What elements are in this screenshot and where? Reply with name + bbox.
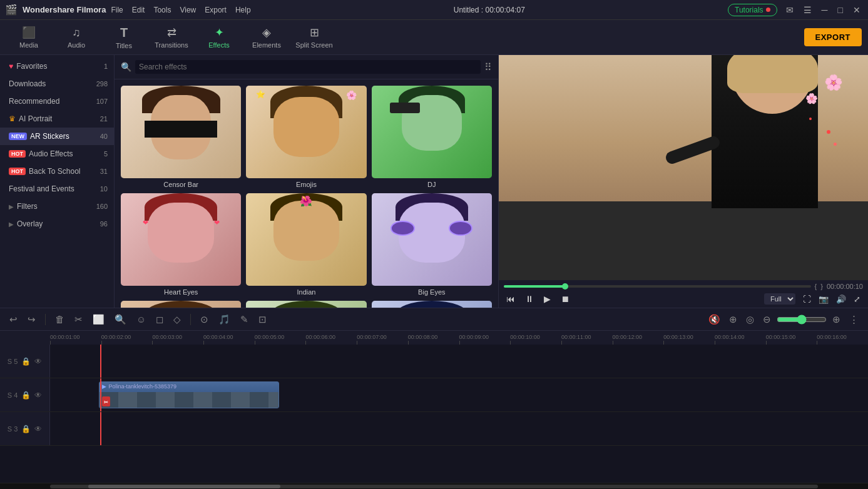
motion-button[interactable]: ◇: [170, 312, 184, 327]
sidebar-item-ai-portrait[interactable]: ♛ AI Portrait 21: [0, 110, 114, 128]
menu-edit[interactable]: Edit: [132, 6, 145, 14]
toolbar-titles[interactable]: T Titles: [101, 23, 146, 53]
timeline-scrollbar[interactable]: [0, 483, 868, 489]
menu-file[interactable]: File: [111, 6, 123, 14]
snapshot-button[interactable]: 📷: [816, 293, 831, 305]
sidebar-item-favorites[interactable]: ♥ Favorites 1: [0, 58, 114, 75]
effect-thumb-dj: [372, 86, 492, 178]
progress-thumb[interactable]: [562, 283, 568, 290]
menu-tools[interactable]: Tools: [153, 6, 171, 14]
stabilize-button[interactable]: ⊡: [255, 312, 270, 327]
sidebar-item-overlay[interactable]: ▶ Overlay 96: [0, 215, 114, 233]
speed-button[interactable]: ☺: [133, 312, 149, 326]
track-content-4[interactable]: ▶ Polina-tanklevitch-5385379 ✂: [50, 378, 868, 411]
toolbar-elements[interactable]: ◈ Elements: [244, 23, 289, 53]
sidebar-item-downloads[interactable]: Downloads 298: [0, 75, 114, 93]
undo-button[interactable]: ↩: [6, 312, 21, 327]
toolbar-transitions[interactable]: ⇄ Transitions: [149, 23, 194, 53]
scroll-thumb[interactable]: [88, 485, 280, 488]
audio-edit-button[interactable]: 🎵: [215, 312, 233, 327]
playhead-3: [100, 412, 101, 445]
toolbar-audio[interactable]: ♫ Audio: [54, 23, 99, 53]
track-content-5[interactable]: [50, 345, 868, 378]
tutorials-button[interactable]: Tutorials: [728, 4, 777, 16]
minimize-button[interactable]: ─: [819, 5, 830, 15]
menu-icon[interactable]: ☰: [801, 5, 814, 15]
audio-button[interactable]: 🔊: [834, 293, 849, 305]
menu-bar: File Edit Tools View Export Help: [111, 6, 250, 14]
back-to-school-count: 31: [100, 168, 108, 175]
search-icon: 🔍: [121, 62, 131, 72]
grid-layout-icon[interactable]: ⠿: [484, 61, 492, 73]
play-pause-button[interactable]: ⏸: [523, 293, 536, 305]
track-content-3[interactable]: [50, 412, 868, 445]
split-audio-button[interactable]: ⊕: [726, 312, 740, 327]
more-button[interactable]: ⋮: [846, 312, 862, 327]
search-input[interactable]: [135, 60, 481, 74]
effect-card-heart-eyes[interactable]: ❤ ❤ Heart Eyes: [121, 193, 241, 296]
color-button[interactable]: ⊙: [197, 312, 212, 327]
redo-button[interactable]: ↪: [24, 312, 39, 327]
toolbar-media[interactable]: ⬛ Media: [6, 23, 51, 53]
titlebar-left: 🎬 Wondershare Filmora File Edit Tools Vi…: [5, 4, 251, 16]
step-back-button[interactable]: ⏮: [504, 293, 518, 305]
effect-card-emojis[interactable]: 🌸 ⭐ Emojis: [246, 86, 366, 188]
text-button[interactable]: ✎: [237, 312, 252, 327]
play-button[interactable]: ▶: [541, 293, 553, 305]
track-controls-5: S 5 🔒 👁: [0, 345, 50, 378]
snap-button[interactable]: ◎: [743, 312, 757, 327]
video-clip[interactable]: ▶ Polina-tanklevitch-5385379 ✂: [99, 381, 279, 408]
preview-panel: 🌸 🌸 { } 00:00:00:10 ⏮ ⏸ ▶: [499, 55, 868, 308]
track-lock-5[interactable]: 🔒: [21, 357, 31, 366]
splitscreen-label: Split Screen: [295, 41, 332, 49]
out-point-bracket: }: [820, 283, 823, 290]
favorites-left: ♥ Favorites: [9, 62, 47, 71]
quality-select[interactable]: Full: [764, 293, 795, 305]
menu-help[interactable]: Help: [235, 6, 251, 14]
track-eye-4[interactable]: 👁: [34, 391, 42, 400]
effect-card-censor-bar[interactable]: Censor Bar: [121, 86, 241, 188]
settings-button[interactable]: ⤢: [851, 293, 863, 305]
menu-view[interactable]: View: [180, 6, 196, 14]
effect-card-indian[interactable]: 🌺 Indian: [246, 193, 366, 296]
sidebar-item-ar-stickers[interactable]: NEW AR Stickers 40: [0, 128, 114, 145]
zoom-in-clip-button[interactable]: 🔍: [111, 312, 130, 327]
maximize-button[interactable]: □: [835, 5, 845, 15]
sidebar-item-filters[interactable]: ▶ Filters 160: [0, 198, 114, 215]
export-button[interactable]: EXPORT: [804, 28, 862, 46]
menu-export[interactable]: Export: [205, 6, 227, 14]
sidebar-item-audio-effects[interactable]: HOT Audio Effects 5: [0, 145, 114, 163]
cut-button[interactable]: ✂: [71, 312, 86, 327]
effect-card-big-eyes[interactable]: Big Eyes: [372, 193, 492, 296]
zoom-out-button[interactable]: ⊖: [760, 312, 774, 327]
effect-card-8[interactable]: [246, 301, 366, 308]
sidebar-item-back-to-school[interactable]: HOT Back To School 31: [0, 163, 114, 180]
mute-button[interactable]: 🔇: [705, 312, 723, 327]
close-button[interactable]: ✕: [850, 5, 863, 15]
toolbar-splitscreen[interactable]: ⊞ Split Screen: [292, 23, 337, 53]
zoom-slider[interactable]: [777, 315, 827, 325]
delete-button[interactable]: 🗑: [52, 312, 68, 326]
festival-events-left: Festival and Events: [9, 184, 74, 193]
track-lock-4[interactable]: 🔒: [21, 391, 31, 400]
effect-card-dj[interactable]: DJ: [372, 86, 492, 188]
overlay-left: ▶ Overlay: [9, 219, 43, 228]
stop-button[interactable]: ⏹: [558, 293, 572, 305]
effect-card-9[interactable]: [372, 301, 492, 308]
effect-card-7[interactable]: [121, 301, 241, 308]
toolbar-effects[interactable]: ✦ Effects: [197, 23, 242, 53]
freeze-button[interactable]: ◻: [153, 312, 166, 327]
filters-count: 160: [96, 203, 108, 210]
fullscreen-button[interactable]: ⛶: [800, 293, 814, 305]
sidebar-item-festival-events[interactable]: Festival and Events 10: [0, 180, 114, 198]
effect-label-censor-bar: Censor Bar: [163, 181, 198, 188]
track-eye-3[interactable]: 👁: [34, 425, 42, 433]
track-eye-5[interactable]: 👁: [34, 357, 42, 366]
progress-bar[interactable]: [504, 285, 811, 288]
zoom-in-button[interactable]: ⊕: [829, 312, 844, 327]
track-lock-3[interactable]: 🔒: [21, 425, 31, 433]
sidebar-item-recommended[interactable]: Recommended 107: [0, 93, 114, 110]
crop-button[interactable]: ⬜: [89, 312, 108, 327]
effect-thumb-emojis: 🌸 ⭐: [246, 86, 366, 178]
mail-icon[interactable]: ✉: [784, 5, 796, 15]
